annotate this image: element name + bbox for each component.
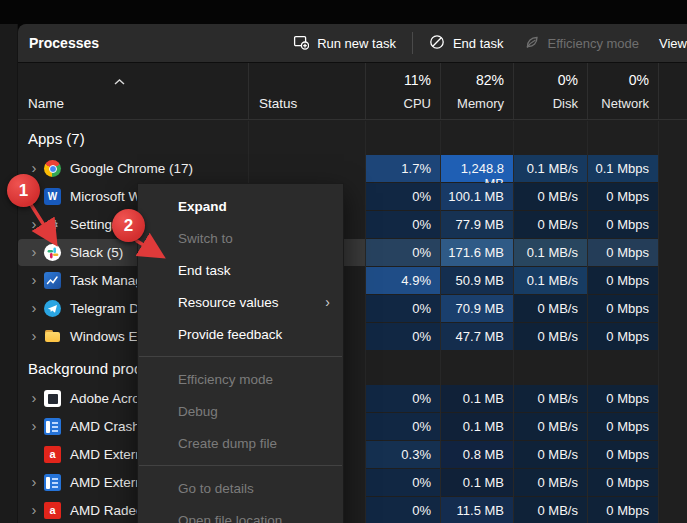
- expand-chevron-icon[interactable]: ›: [24, 244, 44, 261]
- memory-total-value: 82%: [476, 72, 504, 88]
- cpu-total-value: 11%: [404, 72, 431, 88]
- network-value: 0 Mbps: [588, 385, 658, 412]
- menu-item-efficiency-mode: Efficiency mode: [138, 363, 343, 395]
- process-status-cell: [248, 155, 365, 182]
- menu-item-label: End task: [178, 263, 231, 278]
- memory-value: 171.6 MB: [441, 239, 513, 266]
- menu-item-resource-values[interactable]: Resource values›: [138, 286, 343, 318]
- column-header-status[interactable]: Status: [248, 63, 365, 119]
- memory-value: 70.9 MB: [441, 295, 513, 322]
- column-header-name[interactable]: Name: [18, 63, 248, 119]
- section-header: Apps (7): [18, 121, 687, 155]
- network-total-value: 0%: [629, 72, 649, 88]
- telegram-icon: [44, 300, 61, 317]
- process-name: Google Chrome (17): [70, 161, 193, 176]
- end-task-button[interactable]: End task: [419, 28, 514, 59]
- word-icon: W: [44, 188, 61, 205]
- disk-value: 0 MB/s: [514, 441, 587, 468]
- process-row[interactable]: ›Adobe Acrobat0%0.1 MB0 MB/s0 Mbps: [18, 385, 687, 413]
- process-row[interactable]: aAMD External Events0.3%0.8 MB0 MB/s0 Mb…: [18, 441, 687, 469]
- memory-value: 50.9 MB: [441, 267, 513, 294]
- menu-item-end-task[interactable]: End task: [138, 254, 343, 286]
- menu-item-label: Resource values: [178, 295, 279, 310]
- section-header-label: Apps (7): [28, 130, 85, 147]
- menu-item-provide-feedback[interactable]: Provide feedback: [138, 318, 343, 350]
- process-row[interactable]: WMicrosoft Word0%100.1 MB0 MB/s0 Mbps: [18, 183, 687, 211]
- disk-value: 0.1 MB/s: [514, 267, 587, 294]
- window-titlebar: [0, 0, 687, 24]
- network-value: 0 Mbps: [588, 295, 658, 322]
- view-button[interactable]: View: [649, 30, 687, 57]
- memory-value: 0.1 MB: [441, 413, 513, 440]
- network-value: 0 Mbps: [588, 413, 658, 440]
- expand-chevron-icon[interactable]: ›: [24, 300, 44, 317]
- efficiency-mode-icon: [524, 34, 540, 53]
- slack-icon: [44, 244, 61, 261]
- adobe-icon: [44, 390, 61, 407]
- process-row[interactable]: ›Telegram Desktop0%70.9 MB0 MB/s0 Mbps: [18, 295, 687, 323]
- disk-value: 0.1 MB/s: [514, 239, 587, 266]
- menu-item-label: Debug: [178, 404, 218, 419]
- memory-value: 11.5 MB: [441, 497, 513, 523]
- network-value: 0.1 Mbps: [588, 155, 658, 182]
- memory-value: 0.8 MB: [441, 441, 513, 468]
- disk-total-value: 0%: [558, 72, 578, 88]
- column-header-memory[interactable]: 82% Memory: [440, 63, 513, 119]
- navigation-rail[interactable]: [0, 24, 18, 523]
- end-task-label: End task: [453, 36, 504, 51]
- network-value: 0 Mbps: [588, 267, 658, 294]
- memory-value: 0.1 MB: [441, 385, 513, 412]
- expand-chevron-icon[interactable]: ›: [24, 390, 44, 407]
- disk-value: 0 MB/s: [514, 183, 587, 210]
- process-row[interactable]: ›AMD Crash Defender0%0.1 MB0 MB/s0 Mbps: [18, 413, 687, 441]
- menu-item-label: Expand: [178, 199, 227, 214]
- process-row[interactable]: ›AMD External Events0%0.1 MB0 MB/s0 Mbps: [18, 469, 687, 497]
- submenu-chevron-icon: ›: [325, 294, 330, 310]
- folder-icon: [44, 328, 61, 345]
- network-value: 0 Mbps: [588, 469, 658, 496]
- cpu-value: 0%: [366, 385, 440, 412]
- expand-chevron-icon[interactable]: ›: [24, 418, 44, 435]
- toolbar-separator: [412, 32, 413, 54]
- process-row[interactable]: ›Slack (5)0%171.6 MB0.1 MB/s0 Mbps: [18, 239, 687, 267]
- annotation-badge-2: 2: [112, 209, 145, 242]
- amdblue-icon: [44, 418, 61, 435]
- expand-chevron-icon[interactable]: ›: [24, 272, 44, 289]
- taskmgr-icon: [44, 272, 61, 289]
- menu-item-go-to-details: Go to details: [138, 472, 343, 504]
- table-header: Name Status 11% CPU 82% Memory 0% Disk 0…: [18, 62, 687, 120]
- efficiency-mode-label: Efficiency mode: [548, 36, 640, 51]
- disk-value: 0 MB/s: [514, 211, 587, 238]
- disk-value: 0 MB/s: [514, 469, 587, 496]
- process-name-cell[interactable]: ›Google Chrome (17): [18, 155, 248, 182]
- disk-header-label: Disk: [553, 96, 578, 111]
- status-header-label: Status: [259, 96, 297, 111]
- cpu-value: 0%: [366, 183, 440, 210]
- column-header-disk[interactable]: 0% Disk: [513, 63, 587, 119]
- expand-chevron-icon[interactable]: ›: [24, 474, 44, 491]
- menu-item-create-dump-file: Create dump file: [138, 427, 343, 459]
- menu-item-label: Go to details: [178, 481, 254, 496]
- process-row[interactable]: ›Google Chrome (17)1.7%1,248.8 MB0.1 MB/…: [18, 155, 687, 183]
- efficiency-mode-button[interactable]: Efficiency mode: [514, 28, 650, 59]
- sort-ascending-icon: [114, 71, 125, 89]
- context-menu: ExpandSwitch toEnd taskResource values›P…: [137, 183, 344, 523]
- process-row[interactable]: ›Task Manager4.9%50.9 MB0.1 MB/s0 Mbps: [18, 267, 687, 295]
- column-header-network[interactable]: 0% Network: [587, 63, 658, 119]
- cpu-header-label: CPU: [404, 96, 431, 111]
- run-new-task-button[interactable]: Run new task: [283, 28, 406, 59]
- expand-chevron-icon[interactable]: ›: [24, 216, 44, 233]
- network-value: 0 Mbps: [588, 323, 658, 350]
- menu-item-expand[interactable]: Expand: [138, 190, 343, 222]
- column-header-cpu[interactable]: 11% CPU: [365, 63, 440, 119]
- expand-chevron-icon[interactable]: ›: [24, 502, 44, 519]
- network-value: 0 Mbps: [588, 183, 658, 210]
- disk-value: 0 MB/s: [514, 295, 587, 322]
- menu-item-label: Create dump file: [178, 436, 277, 451]
- chrome-icon: [44, 160, 61, 177]
- process-row[interactable]: ›Windows Explorer0%47.7 MB0 MB/s0 Mbps: [18, 323, 687, 351]
- network-header-label: Network: [601, 96, 649, 111]
- expand-chevron-icon[interactable]: ›: [24, 328, 44, 345]
- cpu-value: 0%: [366, 469, 440, 496]
- process-row[interactable]: ›aAMD Radeon Software0%11.5 MB0 MB/s0 Mb…: [18, 497, 687, 523]
